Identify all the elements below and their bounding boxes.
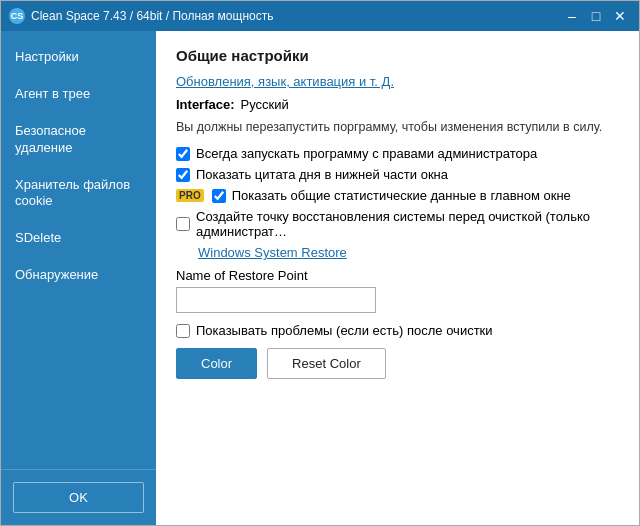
checkbox-row-2: Показать цитата дня в нижней части окна bbox=[176, 167, 619, 182]
checkbox-row-1: Всегда запускать программу с правами адм… bbox=[176, 146, 619, 161]
restore-point-name-label: Name of Restore Point bbox=[176, 268, 619, 283]
minimize-button[interactable]: – bbox=[561, 5, 583, 27]
sidebar-item-cookie-vault[interactable]: Хранитель файлов cookie bbox=[1, 167, 156, 221]
close-button[interactable]: ✕ bbox=[609, 5, 631, 27]
show-problems-checkbox[interactable] bbox=[176, 324, 190, 338]
titlebar: CS Clean Space 7.43 / 64bit / Полная мощ… bbox=[1, 1, 639, 31]
interface-value: Русский bbox=[241, 97, 289, 112]
restore-point-input[interactable] bbox=[176, 287, 376, 313]
checkbox-row-4: Создайте точку восстановления системы пе… bbox=[176, 209, 619, 239]
always-admin-checkbox[interactable] bbox=[176, 147, 190, 161]
sidebar-footer: OK bbox=[1, 469, 156, 525]
sidebar-item-secure-delete[interactable]: Безопасное удаление bbox=[1, 113, 156, 167]
quote-of-day-label: Показать цитата дня в нижней части окна bbox=[196, 167, 448, 182]
window: CS Clean Space 7.43 / 64bit / Полная мощ… bbox=[0, 0, 640, 526]
page-title: Общие настройки bbox=[176, 47, 619, 64]
interface-row: Interface: Русский bbox=[176, 97, 619, 112]
color-button[interactable]: Color bbox=[176, 348, 257, 379]
sidebar-item-settings[interactable]: Настройки bbox=[1, 39, 156, 76]
sidebar-item-detection[interactable]: Обнаружение bbox=[1, 257, 156, 294]
titlebar-title: Clean Space 7.43 / 64bit / Полная мощнос… bbox=[31, 9, 273, 23]
quote-of-day-checkbox[interactable] bbox=[176, 168, 190, 182]
show-problems-label: Показывать проблемы (если есть) после оч… bbox=[196, 323, 493, 338]
titlebar-controls: – □ ✕ bbox=[561, 5, 631, 27]
stats-label: Показать общие статистические данные в г… bbox=[232, 188, 571, 203]
titlebar-left: CS Clean Space 7.43 / 64bit / Полная мощ… bbox=[9, 8, 273, 24]
content: Настройки Агент в трее Безопасное удален… bbox=[1, 31, 639, 525]
checkbox-row-5: Показывать проблемы (если есть) после оч… bbox=[176, 323, 619, 338]
restore-point-checkbox[interactable] bbox=[176, 217, 190, 231]
sidebar-nav: Настройки Агент в трее Безопасное удален… bbox=[1, 31, 156, 469]
restart-note: Вы должны перезапустить порграмму, чтобы… bbox=[176, 120, 619, 134]
restore-point-label: Создайте точку восстановления системы пе… bbox=[196, 209, 619, 239]
maximize-button[interactable]: □ bbox=[585, 5, 607, 27]
sidebar-item-sdelete[interactable]: SDelete bbox=[1, 220, 156, 257]
updates-link[interactable]: Обновления, язык, активация и т. Д. bbox=[176, 74, 394, 89]
always-admin-label: Всегда запускать программу с правами адм… bbox=[196, 146, 537, 161]
sidebar-item-agent[interactable]: Агент в трее bbox=[1, 76, 156, 113]
checkbox-row-3: PRO Показать общие статистические данные… bbox=[176, 188, 619, 203]
button-row: Color Reset Color bbox=[176, 348, 619, 379]
stats-checkbox[interactable] bbox=[212, 189, 226, 203]
interface-label: Interface: bbox=[176, 97, 235, 112]
pro-badge: PRO bbox=[176, 189, 204, 202]
main-content: Общие настройки Обновления, язык, актива… bbox=[156, 31, 639, 525]
sidebar: Настройки Агент в трее Безопасное удален… bbox=[1, 31, 156, 525]
reset-color-button[interactable]: Reset Color bbox=[267, 348, 386, 379]
ok-button[interactable]: OK bbox=[13, 482, 144, 513]
windows-restore-link[interactable]: Windows System Restore bbox=[198, 245, 619, 260]
app-icon: CS bbox=[9, 8, 25, 24]
